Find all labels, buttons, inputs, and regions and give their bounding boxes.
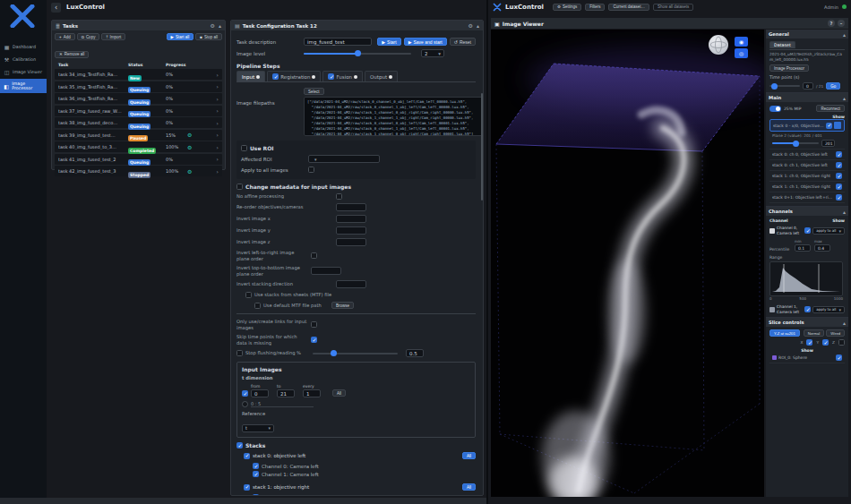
y-slice-checkbox[interactable]: [822, 339, 829, 346]
stop-flushing-value[interactable]: 0.5: [406, 349, 424, 357]
plane-value-input[interactable]: 201: [821, 140, 835, 147]
sidebar-item-calibration[interactable]: ⚒ Calibration: [0, 54, 47, 65]
settings-button[interactable]: ⚙Settings: [553, 4, 581, 11]
sidebar-item-image-viewer[interactable]: ◫ Image Viewer: [0, 66, 47, 78]
to-input[interactable]: 21: [277, 389, 295, 397]
chevron-right-icon[interactable]: ›: [217, 107, 219, 114]
change-metadata-checkbox[interactable]: [236, 184, 243, 190]
intensity-histogram[interactable]: [769, 261, 843, 296]
remove-all-button[interactable]: ✕Remove all: [55, 51, 89, 58]
collapse-icon[interactable]: ▴: [843, 209, 846, 215]
sidebar-item-image-processor[interactable]: ◧ Image Processor: [0, 79, 47, 93]
slice-position-button[interactable]: Y-Z at x=201: [769, 329, 800, 337]
stop-all-button[interactable]: ■Stop all: [195, 33, 222, 40]
view-visible-checkbox[interactable]: [826, 123, 832, 129]
save-and-start-button[interactable]: ▶Save and start: [404, 38, 447, 46]
roi-visible-checkbox[interactable]: [836, 355, 842, 361]
normal-render-button[interactable]: Normal: [804, 329, 825, 337]
view-visible-checkbox[interactable]: [836, 151, 842, 158]
show-all-datasets-button[interactable]: Show all datasets: [653, 4, 693, 11]
mip-toggle[interactable]: [769, 106, 781, 112]
roi-color-chip[interactable]: [772, 355, 777, 360]
apply-to-all-select[interactable]: apply to all: [812, 227, 845, 235]
back-button[interactable]: ‹: [51, 3, 61, 13]
reference-select[interactable]: t: [242, 424, 274, 432]
apply-all-images-checkbox[interactable]: [308, 167, 314, 173]
reconnect-button[interactable]: Reconnect: [816, 105, 845, 112]
start-all-button[interactable]: ▶Start all: [167, 33, 194, 40]
copy-task-button[interactable]: ⧉Copy: [77, 33, 100, 40]
general-section-header[interactable]: General ▴: [766, 30, 848, 38]
stop-flushing-checkbox[interactable]: [236, 350, 243, 356]
s0c1-checkbox[interactable]: [253, 471, 259, 477]
tab-fusion[interactable]: Fusion: [322, 71, 363, 81]
stacks-checkbox[interactable]: [236, 442, 243, 448]
view-visible-checkbox[interactable]: [836, 194, 842, 201]
image-processor-button[interactable]: Image Processor: [769, 64, 809, 72]
collapse-icon[interactable]: ▴: [843, 31, 846, 38]
stack0-all-button[interactable]: All: [462, 452, 476, 459]
current-dataset-button[interactable]: Current dataset…: [608, 4, 649, 11]
view-row[interactable]: stack 1: ch 0, Objective right: [769, 171, 845, 182]
gear-icon[interactable]: ⚙: [211, 22, 215, 29]
image-level-slider[interactable]: [304, 53, 411, 55]
timepoint-slider[interactable]: [769, 85, 800, 87]
use-stacks-mtf-checkbox[interactable]: [245, 292, 252, 298]
channel-visible-checkbox[interactable]: [804, 227, 811, 234]
fusion-checkbox[interactable]: [328, 73, 334, 80]
reorder-input[interactable]: [336, 203, 366, 211]
stack1-checkbox[interactable]: [244, 484, 250, 491]
list-mode-radio[interactable]: [242, 401, 248, 407]
select-files-button[interactable]: Select: [304, 88, 324, 95]
chevron-right-icon[interactable]: ›: [217, 168, 219, 175]
collapse-icon[interactable]: ▴: [843, 95, 846, 101]
user-label[interactable]: Admin: [824, 4, 838, 10]
collapse-icon[interactable]: ▴: [477, 22, 479, 29]
view-row[interactable]: stack 0: ch 0, Objective left: [769, 149, 845, 160]
screenshot-button[interactable]: ◉: [735, 37, 748, 47]
wired-render-button[interactable]: Wired: [826, 329, 845, 337]
invert-tb-input[interactable]: [311, 267, 341, 275]
scrollbar[interactable]: [481, 93, 483, 201]
chevron-right-icon[interactable]: ›: [217, 120, 219, 126]
reset-button[interactable]: ↺Reset: [450, 38, 476, 46]
use-roi-checkbox[interactable]: [241, 145, 247, 151]
chevron-right-icon[interactable]: ›: [217, 72, 219, 78]
invert-x-input[interactable]: [336, 215, 366, 223]
dataset-tab[interactable]: Dataset: [769, 41, 795, 48]
range-mode-checkbox[interactable]: [242, 390, 248, 397]
invert-stacking-input[interactable]: [336, 280, 366, 288]
view-visible-checkbox[interactable]: [836, 162, 842, 168]
plane-slider[interactable]: [772, 142, 819, 144]
registration-checkbox[interactable]: [272, 73, 279, 80]
stack1-all-button[interactable]: All: [462, 483, 476, 491]
view-row[interactable]: stack 0: ch 1, Objective left: [769, 160, 845, 171]
chevron-right-icon[interactable]: ›: [217, 144, 219, 150]
list-input[interactable]: 0 : 5: [251, 401, 314, 407]
s1c0-checkbox[interactable]: [253, 494, 259, 496]
only-links-checkbox[interactable]: [311, 321, 317, 328]
view-row-selected[interactable]: stack 0 - x/0, Objective left: [769, 119, 845, 132]
invert-lr-checkbox[interactable]: [311, 252, 317, 259]
apply-to-all-select[interactable]: apply to all: [812, 306, 845, 313]
view-visible-checkbox[interactable]: [836, 173, 842, 179]
gear-icon[interactable]: ⚙: [468, 22, 473, 29]
sidebar-item-dashboard[interactable]: ▦ Dashboard: [0, 41, 47, 53]
use-default-mtf-checkbox[interactable]: [254, 303, 261, 309]
go-button[interactable]: Go: [826, 82, 840, 90]
roi-row[interactable]: ROI_0: Sphere: [769, 353, 845, 363]
channels-section-header[interactable]: Channels ▴: [766, 207, 848, 216]
all-timepoints-button[interactable]: All: [332, 389, 346, 397]
z-slice-checkbox[interactable]: [838, 339, 845, 346]
import-task-button[interactable]: ⤒Import: [101, 33, 125, 40]
start-button[interactable]: ▶Start: [377, 38, 400, 46]
invert-z-input[interactable]: [336, 238, 366, 246]
volume-render-viewport[interactable]: ◉ ◎: [491, 30, 764, 497]
add-task-button[interactable]: +Add: [55, 33, 75, 40]
navigation-sphere[interactable]: [709, 35, 728, 55]
skip-timepoints-checkbox[interactable]: [311, 337, 317, 343]
invert-y-input[interactable]: [336, 226, 366, 235]
task-description-input[interactable]: img_fused_test: [304, 38, 372, 46]
stack0-checkbox[interactable]: [244, 453, 250, 459]
chevron-right-icon[interactable]: ›: [217, 156, 219, 162]
